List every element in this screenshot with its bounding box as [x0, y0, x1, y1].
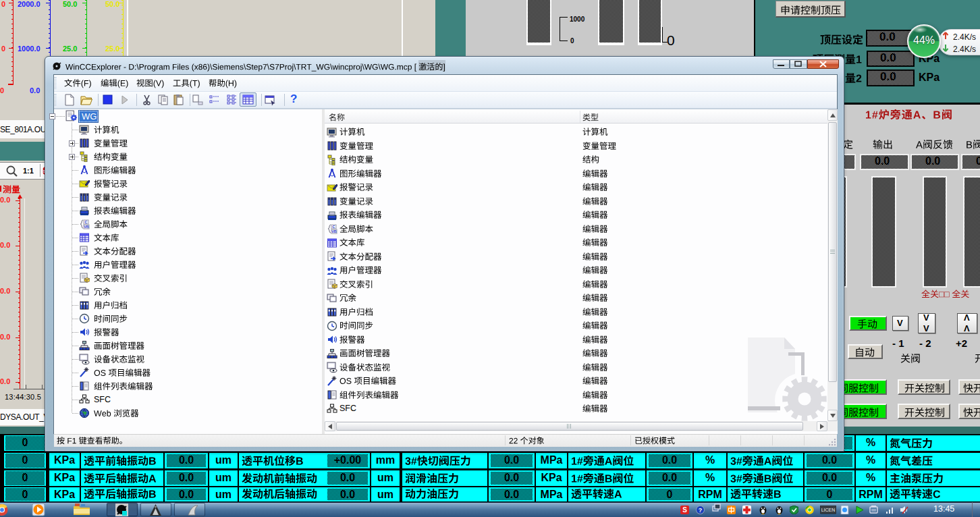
svg-text:?: ?: [699, 507, 703, 514]
svg-text:LICEN: LICEN: [821, 508, 836, 512]
svg-text:S: S: [682, 506, 687, 514]
